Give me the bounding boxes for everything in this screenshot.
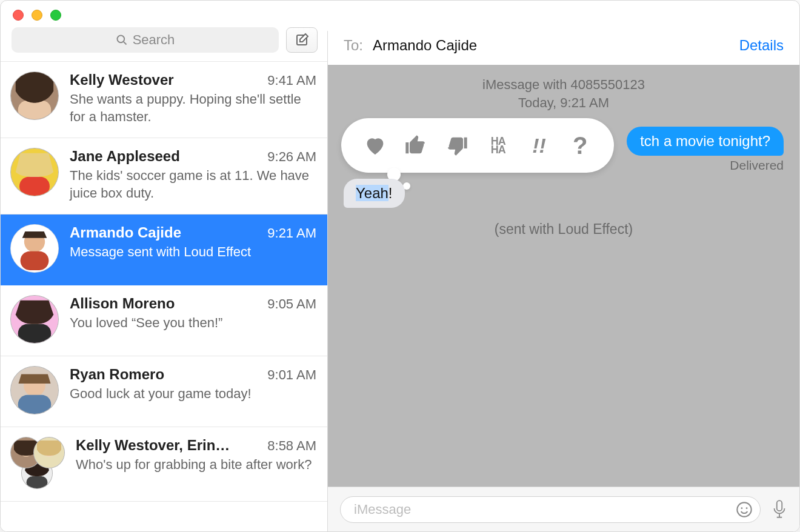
- tapback-haha[interactable]: HA HA: [483, 130, 513, 161]
- avatar: [10, 366, 59, 414]
- to-name: Armando Cajide: [373, 37, 477, 54]
- search-icon: [116, 34, 128, 46]
- received-text-highlight: Yeah: [356, 185, 388, 201]
- conversation-text: Kelly Westover9:41 AM She wants a puppy.…: [70, 71, 316, 125]
- thread-header: To: Armando Cajide Details: [328, 31, 799, 65]
- conversation-name: Armando Cajide: [70, 224, 181, 241]
- svg-rect-5: [18, 101, 52, 119]
- sidebar: Search Kelly Westover9:41 AM She wants a…: [1, 31, 328, 531]
- conversation-text: Ryan Romero9:01 AM Good luck at your gam…: [70, 366, 316, 414]
- tapback-thumbs-down[interactable]: [442, 130, 472, 161]
- conversation-preview: You loved “See you then!”: [70, 314, 316, 332]
- avatar-group: [10, 437, 65, 489]
- conversation-preview: She wants a puppy. Hoping she'll settle …: [70, 91, 316, 125]
- avatar: [10, 224, 59, 273]
- conversation-text: Kelly Westover, Erin…8:58 AM Who's up fo…: [76, 437, 316, 489]
- conversation-time: 9:41 AM: [267, 73, 316, 88]
- thumbs-up-icon: [404, 133, 428, 158]
- conversation-name: Ryan Romero: [70, 366, 164, 383]
- svg-rect-24: [27, 476, 48, 488]
- search-input[interactable]: Search: [12, 27, 279, 53]
- avatar: [10, 148, 59, 196]
- svg-point-27: [746, 507, 748, 509]
- conversation-time: 9:26 AM: [267, 149, 316, 165]
- svg-rect-8: [19, 177, 50, 196]
- conversation-text: Jane Appleseed9:26 AM The kids' soccer g…: [70, 148, 316, 202]
- delivered-status: Delivered: [730, 158, 784, 173]
- svg-rect-28: [777, 500, 782, 511]
- tapback-exclaim[interactable]: !!: [524, 130, 554, 161]
- window-body: Search Kelly Westover9:41 AM She wants a…: [1, 31, 799, 531]
- svg-point-0: [117, 36, 124, 43]
- main-panel: To: Armando Cajide Details iMessage with…: [328, 31, 799, 531]
- titlebar: [1, 1, 799, 31]
- heart-icon: [363, 133, 387, 158]
- thumbs-down-icon: [445, 133, 469, 158]
- conversation-name: Kelly Westover: [70, 71, 174, 88]
- conversation-preview: Who's up for grabbing a bite after work?: [76, 456, 316, 474]
- compose-icon: [295, 33, 309, 47]
- emoji-icon[interactable]: [736, 501, 753, 518]
- tapback-heart[interactable]: [360, 130, 390, 161]
- conversation-item[interactable]: Allison Moreno9:05 AM You loved “See you…: [1, 285, 327, 356]
- conversation-item-selected[interactable]: Armando Cajide9:21 AM Message sent with …: [1, 214, 327, 285]
- svg-line-1: [124, 42, 127, 45]
- compose-button[interactable]: [286, 27, 318, 53]
- microphone-icon[interactable]: [772, 499, 787, 520]
- svg-point-25: [737, 502, 751, 516]
- conversation-time: 9:21 AM: [267, 225, 316, 241]
- svg-rect-14: [18, 324, 52, 343]
- tapback-thumbs-up[interactable]: [401, 130, 431, 161]
- conversation-preview: Good luck at your game today!: [70, 385, 316, 403]
- conversation-item[interactable]: Kelly Westover9:41 AM She wants a puppy.…: [1, 62, 327, 138]
- conversation-time: 9:05 AM: [267, 296, 316, 312]
- search-row: Search: [1, 27, 327, 61]
- received-text-tail: !: [388, 185, 393, 201]
- zoom-window-button[interactable]: [50, 10, 61, 21]
- compose-bar: iMessage: [328, 487, 799, 531]
- conversation-item[interactable]: Kelly Westover, Erin…8:58 AM Who's up fo…: [1, 427, 327, 502]
- svg-rect-11: [21, 251, 49, 270]
- thread-meta: iMessage with 4085550123 Today, 9:21 AM: [328, 76, 799, 111]
- conversation-item[interactable]: Jane Appleseed9:26 AM The kids' soccer g…: [1, 138, 327, 214]
- avatar: [10, 295, 59, 344]
- close-window-button[interactable]: [13, 10, 24, 21]
- svg-point-26: [741, 507, 743, 509]
- details-button[interactable]: Details: [739, 37, 784, 54]
- conversation-list[interactable]: Kelly Westover9:41 AM She wants a puppy.…: [1, 61, 327, 531]
- tapback-popover: HA HA !! ?: [341, 118, 614, 173]
- thread-meta-line1: iMessage with 4085550123: [328, 76, 799, 94]
- conversation-preview: The kids' soccer game is at 11. We have …: [70, 167, 316, 202]
- message-placeholder: iMessage: [354, 502, 411, 517]
- received-message-bubble[interactable]: Yeah!: [344, 179, 405, 208]
- tapback-question[interactable]: ?: [565, 130, 595, 161]
- conversation-name: Kelly Westover, Erin…: [76, 437, 230, 454]
- avatar: [10, 71, 59, 120]
- sent-message-bubble[interactable]: tch a movie tonight?: [627, 127, 784, 156]
- conversation-name: Allison Moreno: [70, 295, 175, 312]
- conversation-name: Jane Appleseed: [70, 148, 180, 165]
- conversation-time: 9:01 AM: [267, 367, 316, 383]
- thread-meta-line2: Today, 9:21 AM: [328, 94, 799, 112]
- message-input[interactable]: iMessage: [340, 496, 761, 523]
- effect-label: (sent with Loud Effect): [328, 221, 799, 238]
- conversation-time: 8:58 AM: [267, 438, 316, 454]
- conversation-item[interactable]: Ryan Romero9:01 AM Good luck at your gam…: [1, 356, 327, 427]
- minimize-window-button[interactable]: [32, 10, 42, 21]
- svg-rect-17: [18, 395, 52, 414]
- messages-window: Search Kelly Westover9:41 AM She wants a…: [0, 0, 800, 532]
- to-label: To:: [344, 37, 363, 54]
- message-thread: iMessage with 4085550123 Today, 9:21 AM …: [328, 65, 799, 487]
- conversation-text: Armando Cajide9:21 AM Message sent with …: [70, 224, 316, 273]
- conversation-preview: Message sent with Loud Effect: [70, 244, 316, 261]
- conversation-text: Allison Moreno9:05 AM You loved “See you…: [70, 295, 316, 344]
- search-placeholder: Search: [133, 32, 175, 48]
